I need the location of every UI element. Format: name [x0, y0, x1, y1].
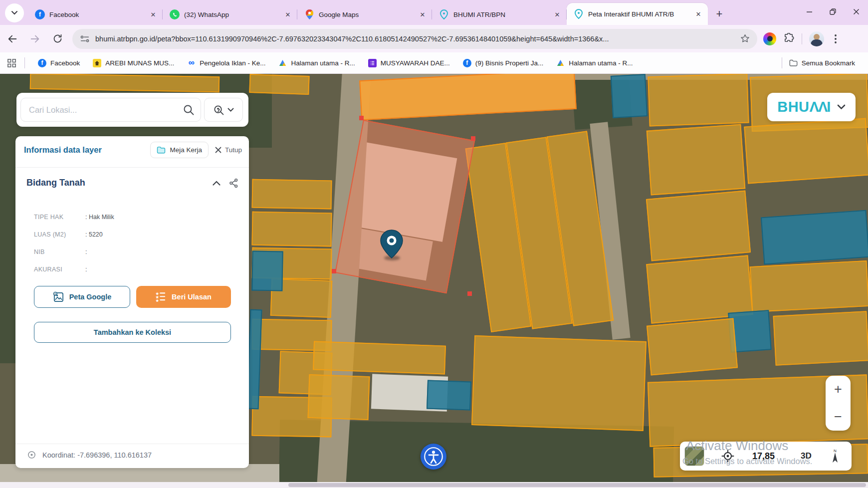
map-parcel [750, 260, 868, 312]
bookmark-star-icon[interactable] [740, 33, 750, 44]
beri-ulasan-label: Beri Ulasan [172, 293, 212, 301]
meja-kerja-button[interactable]: Meja Kerja [150, 142, 209, 158]
window-restore-button[interactable] [821, 0, 845, 23]
zoom-level-value: 17,85 [752, 451, 775, 462]
tab-close-icon[interactable]: ✕ [149, 10, 158, 19]
parcel-vertex-handle [332, 269, 336, 273]
close-panel-button[interactable]: Tutup [215, 146, 242, 154]
bhumi-logo-dropdown[interactable]: BHUΛΛI [767, 93, 856, 121]
tab-facebook[interactable]: f Facebook ✕ [28, 4, 163, 25]
bookmark-facebook[interactable]: f Facebook [38, 59, 80, 67]
bookmark-bisnis-properti[interactable]: f (9) Bisnis Properti Ja... [463, 59, 544, 67]
search-location-icon [213, 104, 224, 116]
bookmark-pengelola-iklan[interactable]: ∞ Pengelola Iklan - Ke... [187, 59, 265, 67]
apps-grid-icon[interactable] [7, 58, 16, 68]
map-marker-pin [380, 230, 403, 258]
close-icon [215, 147, 221, 153]
site-settings-icon[interactable] [79, 34, 90, 44]
window-controls [798, 0, 868, 23]
location-search-box[interactable] [20, 98, 201, 122]
window-minimize-button[interactable] [798, 0, 821, 23]
scrollbar-thumb[interactable] [288, 483, 866, 487]
accessibility-person-icon [424, 447, 443, 467]
profile-avatar[interactable] [809, 31, 824, 46]
tab-title: Facebook [49, 11, 149, 18]
compass-button[interactable]: N [830, 449, 841, 464]
extension-colorful-icon[interactable] [763, 32, 776, 45]
reload-button[interactable] [47, 29, 67, 49]
extensions-puzzle-icon[interactable] [783, 33, 795, 44]
map-parcel [471, 335, 647, 431]
peta-google-label: Peta Google [69, 293, 112, 301]
bookmark-arebi[interactable]: AREBI MUNAS MUS... [93, 59, 174, 67]
zoom-out-button[interactable]: − [834, 410, 842, 424]
coordinate-pin-icon [27, 451, 36, 459]
map-parcel [359, 74, 577, 120]
map-canvas[interactable]: BHUΛΛI Informasi data layer Meja Kerja T… [0, 74, 868, 488]
beri-ulasan-button[interactable]: ★★★ Beri Ulasan [136, 286, 231, 308]
search-icon[interactable] [183, 104, 195, 116]
address-bar[interactable]: bhumi.atrbpn.go.id/peta?bbox=110.6131990… [72, 29, 757, 49]
back-button[interactable] [2, 29, 22, 49]
whatsapp-icon [170, 9, 180, 19]
tab-google-maps[interactable]: Google Maps ✕ [297, 4, 432, 25]
tab-close-icon[interactable]: ✕ [553, 10, 562, 19]
map-parcel [761, 210, 868, 265]
basemap-thumbnail[interactable] [684, 446, 704, 466]
url-text[interactable]: bhumi.atrbpn.go.id/peta?bbox=110.6131990… [95, 35, 740, 43]
zoom-in-button[interactable]: + [834, 383, 842, 396]
svg-text:★: ★ [156, 298, 159, 302]
tab-whatsapp[interactable]: (32) WhatsApp ✕ [163, 4, 297, 25]
tab-peta-interaktif-active[interactable]: Peta Interaktif BHUMI ATR/B ✕ [567, 3, 708, 25]
map-parcel [249, 74, 309, 95]
search-input[interactable] [29, 105, 183, 115]
parcel-vertex-handle [471, 136, 475, 141]
share-icon[interactable] [229, 179, 238, 188]
tab-close-icon[interactable]: ✕ [418, 10, 427, 19]
map-control-bar: 17,85 3D N [680, 442, 852, 471]
meta-infinity-icon: ∞ [187, 59, 196, 67]
search-mode-dropdown[interactable] [204, 98, 243, 122]
new-tab-button[interactable]: + [712, 6, 727, 21]
parcel-vertex-handle [467, 291, 472, 296]
facebook-icon: f [463, 59, 471, 67]
bookmark-halaman-utama-1[interactable]: Halaman utama - R... [278, 59, 355, 67]
tambahkan-ke-koleksi-button[interactable]: Tambahkan ke Koleksi [34, 322, 231, 343]
threed-toggle[interactable]: 3D [801, 451, 812, 461]
forward-button[interactable] [25, 29, 45, 49]
parcel-vertex-handle [359, 116, 364, 120]
collapse-chevron-up-icon[interactable] [213, 181, 220, 186]
accessibility-widget-button[interactable] [421, 444, 446, 470]
panel-title: Informasi data layer [24, 145, 102, 155]
tab-title: Google Maps [319, 11, 418, 18]
search-card [16, 93, 248, 127]
chevron-down-icon [837, 104, 846, 110]
map-parcel [252, 179, 332, 210]
tab-close-icon[interactable]: ✕ [694, 9, 703, 18]
tab-search-button[interactable] [5, 3, 24, 22]
locate-me-button[interactable] [721, 450, 734, 463]
browser-menu-icon[interactable] [831, 34, 840, 44]
field-label: AKURASI [34, 266, 85, 273]
tab-title: (32) WhatsApp [184, 11, 283, 18]
horizontal-scrollbar[interactable] [0, 482, 868, 488]
tab-bhumi[interactable]: BHUMI ATR/BPN ✕ [432, 4, 567, 25]
map-parcel [647, 124, 746, 196]
bookmark-halaman-utama-2[interactable]: Halaman utama - R... [556, 59, 633, 67]
bhumi-pin-icon [439, 9, 449, 19]
bookmark-musyawarah[interactable]: MUSYAWARAH DAE... [368, 59, 450, 67]
google-maps-icon [304, 9, 314, 19]
field-luas: LUAS (M2) : 5220 [34, 231, 103, 238]
triangle-logo-icon [556, 59, 565, 67]
window-close-button[interactable] [845, 0, 868, 23]
peta-google-button[interactable]: G Peta Google [34, 286, 130, 308]
map-parcel [611, 74, 648, 118]
facebook-icon: f [35, 9, 45, 19]
panel-footer-divider [15, 444, 249, 444]
all-bookmarks-button[interactable]: Semua Bookmark [789, 59, 855, 67]
compass-needle-icon: N [830, 449, 841, 464]
map-parcel [247, 309, 262, 410]
tab-close-icon[interactable]: ✕ [283, 10, 292, 19]
coordinate-text: Koordinat: -7.696396, 110.616137 [42, 451, 152, 459]
triangle-logo-icon [278, 59, 287, 67]
